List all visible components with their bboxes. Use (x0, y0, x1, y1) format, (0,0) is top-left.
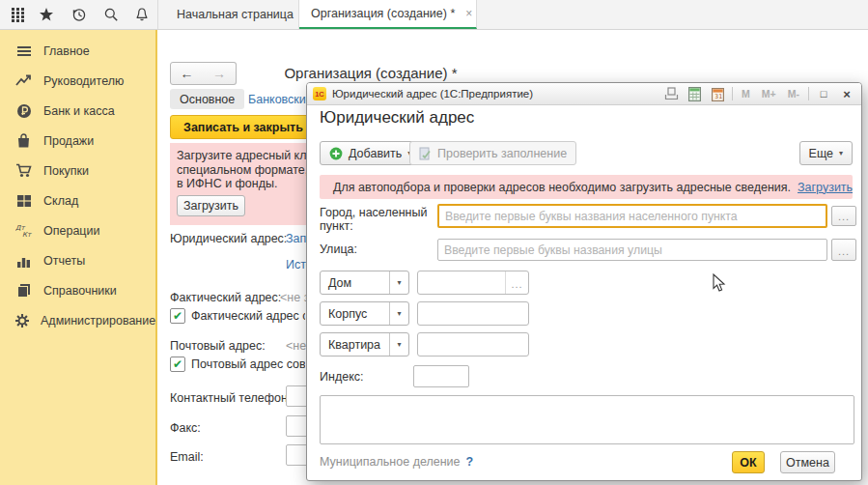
ruble-coin-icon (14, 103, 33, 119)
sidebar-item-pokupki[interactable]: Покупки (0, 156, 155, 185)
calendar-icon: 31 (712, 87, 724, 101)
city-input[interactable] (437, 204, 827, 228)
boxes-grid-icon (14, 194, 33, 208)
search-icon (103, 7, 119, 22)
apartment-type-label: Квартира (321, 333, 389, 356)
apartment-input[interactable] (417, 332, 529, 357)
sidebar-item-prodazhi[interactable]: Продажи (0, 126, 155, 156)
trend-arrow-icon (14, 74, 33, 87)
form-tab-main-label: Основное (180, 93, 235, 106)
building-type-combobox[interactable]: Корпус ▾ (320, 301, 409, 326)
add-plus-icon (329, 147, 343, 160)
sidebar-item-label: Склад (43, 194, 78, 208)
municipal-division-label: Муниципальное деление? (320, 455, 473, 469)
postal-address-checkbox[interactable]: ✔ (170, 357, 185, 372)
grid-menu-icon (11, 7, 25, 22)
actual-address-checkbox[interactable]: ✔ (170, 308, 185, 324)
memory-button-m-plus[interactable]: M+ (759, 88, 779, 100)
sidebar-item-label: Банк и касса (43, 104, 115, 118)
notifications-button[interactable] (127, 0, 156, 29)
help-link[interactable]: ? (466, 455, 474, 469)
calendar-button[interactable]: 31 (709, 86, 726, 101)
sidebar-item-otchety[interactable]: Отчеты (0, 245, 155, 275)
svg-text:31: 31 (714, 93, 722, 100)
maximize-icon[interactable]: □ (815, 86, 832, 101)
load-classifier-button[interactable]: Загрузить (177, 195, 245, 216)
more-button[interactable]: Еще ▾ (799, 141, 853, 165)
favorites-button[interactable] (32, 0, 61, 29)
more-button-label: Еще (809, 147, 833, 160)
email-label: Email: (170, 450, 204, 464)
sidebar-item-rukovoditelyu[interactable]: Руководителю (0, 66, 155, 96)
legal-address-fill-link[interactable]: Запо (286, 232, 307, 245)
form-tab-main[interactable]: Основное (170, 89, 244, 109)
1c-logo-icon: 1С (313, 87, 326, 100)
star-icon (39, 7, 54, 22)
actual-address-checkbox-label: Фактический адрес со (191, 309, 305, 323)
chevron-down-icon: ▾ (389, 302, 408, 325)
save-and-close-button[interactable]: Записать и закрыть (170, 115, 317, 139)
check-fill-button[interactable]: Проверить заполнение (409, 141, 576, 165)
apartment-type-combobox[interactable]: Квартира ▾ (320, 332, 409, 357)
cancel-button[interactable]: Отмена (780, 451, 835, 473)
info-line: специальном формате, ко (177, 163, 317, 178)
check-fill-button-label: Проверить заполнение (437, 147, 567, 160)
books-icon (14, 283, 33, 298)
warning-load-link[interactable]: Загрузить (798, 181, 853, 194)
info-line: Загрузите адресный клас (177, 149, 317, 163)
chevron-down-icon: ▾ (389, 271, 408, 294)
full-address-textarea[interactable] (320, 395, 854, 444)
sidebar-item-label: Главное (43, 44, 90, 58)
city-ellipsis-button[interactable]: ... (831, 206, 856, 226)
memory-button-m[interactable]: M (739, 88, 753, 100)
sidebar-item-administrirovanie[interactable]: Администрирование (0, 305, 155, 335)
back-button[interactable]: ← (170, 62, 204, 85)
sidebar-item-label: Администрирование (41, 314, 155, 328)
street-ellipsis-button[interactable]: ... (831, 239, 856, 261)
tab-close-icon[interactable]: × (465, 7, 472, 20)
close-icon[interactable]: × (838, 86, 855, 101)
svg-text:Кт: Кт (22, 231, 32, 238)
memory-button-m-minus[interactable]: M- (785, 88, 802, 100)
history-clock-icon (71, 7, 87, 22)
ok-button[interactable]: ОК (732, 451, 765, 473)
municipal-division-text: Муниципальное деление (320, 455, 461, 469)
main-menu-button[interactable] (3, 0, 32, 29)
printer-icon (664, 87, 679, 100)
postal-address-checkbox-row: ✔ Почтовый адрес совпа (170, 357, 305, 372)
actual-address-checkbox-row: ✔ Фактический адрес со (170, 308, 305, 324)
sidebar-item-bank-i-kassa[interactable]: Банк и касса (0, 96, 155, 126)
house-type-combobox[interactable]: Дом ▾ (320, 271, 409, 295)
house-ellipsis-button[interactable]: ... (505, 271, 528, 294)
sidebar-item-spravochniki[interactable]: Справочники (0, 275, 155, 305)
forward-button[interactable]: → (203, 62, 237, 85)
sidebar-item-sklad[interactable]: Склад (0, 185, 155, 215)
tab-organization[interactable]: Организация (создание) * × (299, 0, 477, 29)
sidebar-item-label: Отчеты (43, 254, 85, 268)
house-input[interactable]: ... (417, 271, 529, 295)
info-line: в ИФНС и фонды. (177, 177, 317, 191)
street-input[interactable] (437, 239, 827, 261)
address-history-link[interactable]: Исто (286, 258, 307, 271)
building-input[interactable] (417, 301, 529, 326)
actual-address-value: <не з (280, 291, 307, 304)
calculator-button[interactable] (686, 86, 703, 101)
search-button[interactable] (97, 0, 126, 29)
postcode-input[interactable] (413, 365, 469, 387)
tab-home-page[interactable]: Начальная страница (157, 0, 299, 29)
legal-address-dialog: 1С Юридический адрес (1С:Предприятие) (306, 82, 862, 481)
sidebar-item-glavnoe[interactable]: Главное (0, 36, 155, 66)
sidebar-item-label: Руководителю (43, 74, 124, 88)
add-button[interactable]: Добавить ▾ (320, 141, 421, 165)
dialog-titlebar[interactable]: 1С Юридический адрес (1С:Предприятие) (307, 83, 861, 105)
print-button[interactable] (662, 86, 680, 101)
sidebar-item-operacii[interactable]: ДтКт Операции (0, 215, 155, 245)
actual-address-label: Фактический адрес: (170, 291, 281, 304)
dialog-title: Юридический адрес (1С:Предприятие) (332, 88, 657, 100)
sidebar-item-label: Продажи (43, 134, 94, 148)
check-document-icon (419, 147, 432, 160)
menu-lines-icon (14, 45, 33, 57)
history-button[interactable] (65, 0, 94, 29)
form-tab-bank-accounts-link[interactable]: Банковские сче (248, 93, 308, 106)
sidebar-item-label: Справочники (43, 284, 117, 298)
